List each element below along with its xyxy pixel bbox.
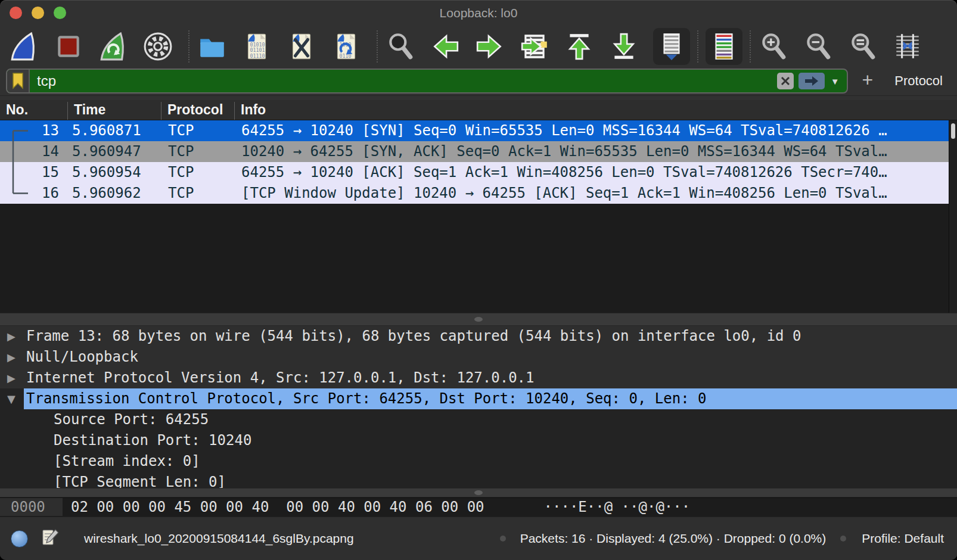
hex-bytes[interactable]: 02 00 00 00 45 00 00 40 00 00 40 00 40 0…: [63, 498, 484, 516]
packet-row-16[interactable]: 165.960962TCP[TCP Window Update] 10240 →…: [0, 183, 957, 204]
packet-row-15[interactable]: 155.960954TCP64255 → 10240 [ACK] Seq=1 A…: [0, 162, 957, 183]
folder-icon: [197, 32, 227, 61]
detail-text: Source Port: 64255: [54, 411, 209, 428]
go-first-packet-button[interactable]: [564, 30, 595, 63]
detail-row-7[interactable]: [TCP Segment Len: 0]: [0, 472, 957, 488]
detail-text: Frame 13: 68 bytes on wire (544 bits), 6…: [26, 328, 801, 344]
detail-row-0[interactable]: ▶Frame 13: 68 bytes on wire (544 bits), …: [0, 326, 957, 347]
splitter-handle: [474, 317, 483, 322]
zoom-window-button[interactable]: [54, 7, 66, 19]
cell-proto: TCP: [161, 183, 234, 204]
detail-row-2[interactable]: ▶Internet Protocol Version 4, Src: 127.0…: [0, 368, 957, 388]
display-filter-field[interactable]: tcp ▼: [6, 69, 848, 94]
apply-filter-button[interactable]: [798, 73, 825, 89]
filter-history-dropdown[interactable]: ▼: [831, 76, 840, 86]
splitter-handle: [474, 490, 483, 495]
detail-row-4[interactable]: Source Port: 64255: [0, 409, 957, 430]
toolbar-separator: [188, 30, 189, 63]
twisty-collapsed-icon[interactable]: ▶: [7, 326, 23, 347]
column-header-protocol[interactable]: Protocol: [161, 102, 234, 120]
filter-toolbar-protocol-button[interactable]: Protocol: [894, 73, 943, 89]
twisty-expanded-icon[interactable]: ▼: [7, 388, 23, 409]
display-filter-input[interactable]: tcp: [30, 73, 777, 89]
twisty-collapsed-icon[interactable]: ▶: [7, 347, 23, 368]
detail-row-6[interactable]: [Stream index: 0]: [0, 451, 957, 472]
packet-row-14[interactable]: 145.960947TCP10240 → 64255 [SYN, ACK] Se…: [0, 141, 957, 162]
start-capture-button[interactable]: [8, 30, 39, 63]
minimize-window-button[interactable]: [32, 7, 44, 19]
cell-proto: TCP: [161, 120, 234, 141]
reload-file-icon: 1010 0110: [331, 32, 361, 61]
hex-offset: 0000: [0, 498, 63, 516]
gear-icon: [143, 32, 173, 61]
main-toolbar: 01010 01101 01110 1010 0110: [0, 26, 957, 67]
save-file-icon: 01010 01101 01110: [242, 32, 272, 61]
detail-text: Transmission Control Protocol, Src Port:…: [26, 390, 707, 407]
go-last-packet-button[interactable]: [608, 30, 639, 63]
expert-info-button[interactable]: [11, 530, 28, 547]
zoom-in-icon: [759, 32, 788, 61]
resize-columns-button[interactable]: [892, 30, 923, 63]
column-header-time[interactable]: Time: [67, 102, 161, 120]
packet-list-scrollbar[interactable]: [949, 120, 957, 313]
splitter-list-details[interactable]: [0, 313, 957, 326]
capture-comment-icon: [41, 528, 59, 547]
filter-bookmark-button[interactable]: [7, 70, 30, 92]
capture-comment-button[interactable]: [41, 528, 59, 550]
packet-rows: 135.960871TCP64255 → 10240 [SYN] Seq=0 W…: [0, 120, 957, 204]
zoom-original-button[interactable]: [847, 30, 878, 63]
cell-info: 10240 → 64255 [SYN, ACK] Seq=0 Ack=1 Win…: [234, 141, 957, 162]
twisty-collapsed-icon[interactable]: ▶: [7, 368, 23, 388]
auto-scroll-toggle[interactable]: [653, 28, 690, 65]
stop-icon: [54, 32, 83, 61]
zoom-original-icon: [848, 32, 878, 61]
statusbar-handle-dot: [840, 536, 846, 542]
restart-capture-button[interactable]: [98, 30, 129, 63]
go-to-packet-icon: [520, 32, 549, 61]
packet-row-13[interactable]: 135.960871TCP64255 → 10240 [SYN] Seq=0 W…: [0, 120, 957, 141]
colorize-toggle[interactable]: [706, 28, 742, 65]
profile-selector[interactable]: Profile: Default: [862, 531, 944, 546]
capture-options-button[interactable]: [142, 30, 173, 63]
column-header-info[interactable]: Info: [234, 102, 957, 120]
cell-no: 13: [0, 120, 67, 141]
save-file-button[interactable]: 01010 01101 01110: [241, 30, 272, 63]
find-packet-button[interactable]: [385, 30, 416, 63]
detail-row-3[interactable]: ▼Transmission Control Protocol, Src Port…: [0, 388, 957, 409]
svg-text:01110: 01110: [250, 53, 265, 59]
add-filter-button[interactable]: +: [862, 69, 874, 91]
stop-capture-button[interactable]: [53, 30, 84, 63]
splitter-details-bytes[interactable]: [0, 488, 957, 497]
close-file-icon: [287, 32, 316, 61]
open-file-button[interactable]: [197, 30, 228, 63]
cell-no: 14: [0, 141, 67, 162]
toolbar-separator: [697, 30, 698, 63]
cell-time: 5.960954: [67, 162, 161, 183]
go-back-button[interactable]: [430, 30, 461, 63]
wireshark-fin-icon: [9, 32, 39, 61]
detail-text: Null/Loopback: [26, 349, 138, 365]
go-forward-button[interactable]: [474, 30, 505, 63]
hex-ascii[interactable]: ····E··@ ··@·@···: [544, 498, 691, 516]
cell-time: 5.960962: [67, 183, 161, 204]
column-header-no[interactable]: No.: [0, 102, 67, 120]
close-file-button[interactable]: [286, 30, 317, 63]
zoom-out-button[interactable]: [803, 30, 834, 63]
cell-info: 64255 → 10240 [SYN] Seq=0 Win=65535 Len=…: [234, 120, 957, 141]
zoom-in-button[interactable]: [758, 30, 789, 63]
apply-arrow-icon: [803, 74, 820, 88]
packet-list-pane: No.TimeProtocolInfo 135.960871TCP64255 →…: [0, 96, 957, 313]
arrow-up-bar-icon: [564, 32, 594, 61]
clear-filter-button[interactable]: [777, 73, 794, 89]
cell-info: [TCP Window Update] 10240 → 64255 [ACK] …: [234, 183, 957, 204]
cell-time: 5.960947: [67, 141, 161, 162]
reload-file-button[interactable]: 1010 0110: [331, 30, 362, 63]
cell-proto: TCP: [161, 141, 234, 162]
close-window-button[interactable]: [10, 7, 22, 19]
scrollbar-thumb[interactable]: [951, 123, 955, 139]
cell-no: 15: [0, 162, 67, 183]
detail-row-5[interactable]: Destination Port: 10240: [0, 430, 957, 451]
go-to-packet-button[interactable]: [519, 30, 550, 63]
detail-row-1[interactable]: ▶Null/Loopback: [0, 347, 957, 368]
cell-no: 16: [0, 183, 67, 204]
